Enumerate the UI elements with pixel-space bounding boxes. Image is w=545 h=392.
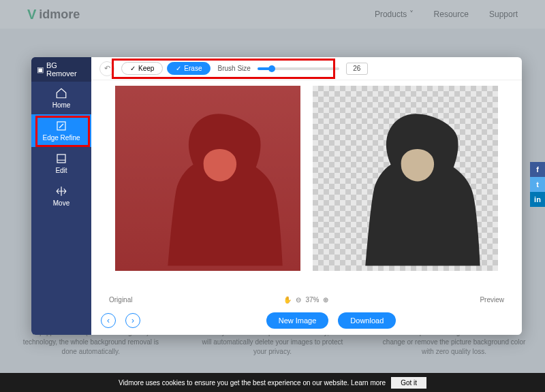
social-bar: f t in: [530, 162, 545, 207]
original-panel: [109, 86, 307, 293]
sidebar-item-edit[interactable]: Edit: [31, 147, 91, 180]
preview-image[interactable]: [313, 86, 498, 271]
new-image-button[interactable]: New Image: [266, 312, 329, 329]
sidebar-item-move[interactable]: Move: [31, 180, 91, 212]
image-icon: ▣: [37, 65, 44, 74]
undo-button[interactable]: ↶: [99, 61, 114, 76]
zoom-controls: ✋ ⊖ 37% ⊕: [283, 296, 328, 304]
brush-size-slider[interactable]: [258, 67, 339, 70]
sidebar-item-label: Home: [52, 101, 71, 109]
toolbar: ↶ ✓Keep ✓Erase Brush Size 26: [91, 57, 522, 80]
editor-modal: ▣ BG Remover Home Edge Refine Edit Move …: [31, 57, 522, 335]
zoom-value: 37%: [305, 296, 319, 304]
zoom-in-button[interactable]: ⊕: [323, 296, 328, 304]
erase-button[interactable]: ✓Erase: [167, 62, 211, 75]
photo-subject: [349, 101, 483, 271]
pan-icon[interactable]: ✋: [283, 296, 292, 304]
download-button[interactable]: Download: [338, 312, 396, 329]
cookie-text: Vidmore uses cookies to ensure you get t…: [119, 379, 386, 387]
original-caption: Original: [109, 296, 132, 304]
sidebar-title: ▣ BG Remover: [31, 57, 91, 82]
caption-row: Original ✋ ⊖ 37% ⊕ Preview: [91, 293, 522, 306]
cookie-bar: Vidmore uses cookies to ensure you get t…: [0, 373, 545, 392]
next-button[interactable]: ›: [125, 313, 140, 328]
editor-sidebar: ▣ BG Remover Home Edge Refine Edit Move: [31, 57, 91, 335]
original-image[interactable]: [115, 86, 300, 271]
sidebar-item-label: Edit: [55, 167, 67, 174]
sidebar-item-edge-refine[interactable]: Edge Refine: [31, 114, 91, 147]
sidebar-item-label: Edge Refine: [42, 134, 80, 142]
editor-main: ↶ ✓Keep ✓Erase Brush Size 26: [91, 57, 522, 335]
sidebar-item-label: Move: [53, 199, 69, 207]
slider-handle[interactable]: [268, 65, 275, 72]
zoom-out-button[interactable]: ⊖: [296, 296, 301, 304]
move-icon: [55, 185, 67, 197]
preview-panel: [307, 86, 504, 293]
edge-refine-icon: [55, 120, 67, 132]
facebook-icon[interactable]: f: [530, 162, 545, 177]
preview-caption: Preview: [480, 296, 504, 304]
sidebar-item-home[interactable]: Home: [31, 82, 91, 114]
linkedin-icon[interactable]: in: [530, 192, 545, 207]
prev-button[interactable]: ‹: [101, 313, 116, 328]
home-icon: [55, 87, 67, 99]
image-compare: [91, 80, 522, 293]
cookie-accept-button[interactable]: Got it: [391, 377, 426, 389]
keep-erase-toggle: ✓Keep ✓Erase: [121, 62, 211, 75]
brush-size-value: 26: [346, 63, 368, 75]
keep-button[interactable]: ✓Keep: [121, 62, 163, 75]
brush-size-label: Brush Size: [217, 65, 250, 72]
twitter-icon[interactable]: t: [530, 177, 545, 192]
edit-icon: [55, 152, 67, 165]
footer-bar: ‹ › New Image Download: [91, 306, 522, 335]
svg-rect-1: [57, 154, 65, 163]
keep-mask-overlay: [115, 86, 300, 271]
